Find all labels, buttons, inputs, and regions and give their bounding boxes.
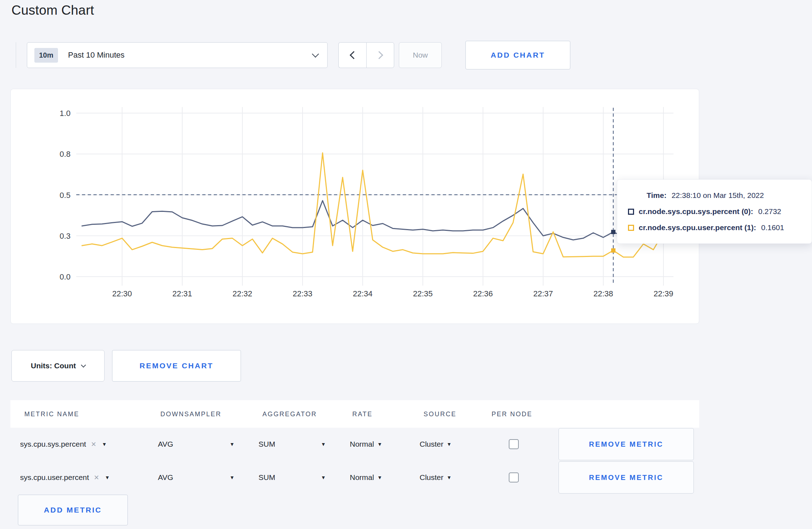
caret-down-icon: ▼ bbox=[105, 475, 110, 480]
per-node-checkbox[interactable] bbox=[509, 472, 519, 482]
units-dropdown[interactable]: Units: Count bbox=[11, 350, 105, 382]
chevron-down-icon bbox=[81, 363, 86, 368]
tooltip-series-name: cr.node.sys.cpu.user.percent (1): bbox=[639, 223, 756, 232]
clear-metric-icon[interactable]: × bbox=[91, 439, 96, 449]
caret-down-icon: ▼ bbox=[229, 475, 235, 480]
timeseries-chart[interactable]: 0.00.30.50.81.022:3022:3122:3222:3322:34… bbox=[11, 89, 699, 324]
metric-name-value: sys.cpu.sys.percent bbox=[20, 440, 86, 448]
downsampler-select[interactable]: AVG ▼ bbox=[158, 473, 235, 482]
tooltip-series-value: 0.1601 bbox=[761, 223, 784, 232]
time-step-controls bbox=[338, 42, 394, 68]
rate-select[interactable]: Normal ▼ bbox=[350, 440, 382, 448]
svg-text:22:32: 22:32 bbox=[232, 289, 252, 298]
col-header-source: SOURCE bbox=[424, 410, 456, 418]
source-value: Cluster bbox=[420, 440, 444, 448]
add-chart-button[interactable]: ADD CHART bbox=[465, 41, 570, 69]
caret-down-icon: ▼ bbox=[447, 475, 452, 480]
caret-down-icon: ▼ bbox=[102, 441, 107, 447]
col-header-per-node: PER NODE bbox=[492, 410, 532, 418]
tooltip-series-row: cr.node.sys.cpu.sys.percent (0): 0.2732 bbox=[628, 207, 812, 216]
caret-down-icon: ▼ bbox=[321, 475, 326, 480]
chart-card: 0.00.30.50.81.022:3022:3122:3222:3322:34… bbox=[10, 89, 699, 324]
aggregator-select[interactable]: SUM ▼ bbox=[258, 440, 326, 448]
metric-name-select[interactable]: sys.cpu.user.percent × ▼ bbox=[20, 472, 110, 482]
time-range-label: Past 10 Minutes bbox=[68, 50, 313, 60]
svg-text:0.0: 0.0 bbox=[59, 272, 71, 281]
now-button[interactable]: Now bbox=[399, 42, 442, 68]
metrics-table-header: METRIC NAME DOWNSAMPLER AGGREGATOR RATE … bbox=[10, 400, 699, 428]
svg-text:0.3: 0.3 bbox=[59, 232, 71, 241]
tooltip-time-row: Time:22:38:10 on Mar 15th, 2022 bbox=[647, 191, 812, 200]
prev-interval-button[interactable] bbox=[338, 42, 366, 68]
rate-value: Normal bbox=[350, 473, 374, 482]
svg-text:22:33: 22:33 bbox=[293, 289, 312, 298]
svg-text:22:36: 22:36 bbox=[473, 289, 493, 298]
chevron-down-icon bbox=[312, 50, 319, 58]
table-row: sys.cpu.user.percent × ▼ AVG ▼ SUM ▼ Nor… bbox=[10, 461, 699, 494]
controls-divider bbox=[16, 42, 16, 68]
downsampler-value: AVG bbox=[158, 440, 173, 448]
chevron-left-icon bbox=[349, 51, 358, 59]
svg-text:22:37: 22:37 bbox=[533, 289, 553, 298]
source-select[interactable]: Cluster ▼ bbox=[420, 440, 451, 448]
next-interval-button[interactable] bbox=[366, 42, 394, 68]
col-header-downsampler: DOWNSAMPLER bbox=[160, 410, 222, 418]
svg-text:22:35: 22:35 bbox=[413, 289, 432, 298]
aggregator-value: SUM bbox=[258, 440, 275, 448]
caret-down-icon: ▼ bbox=[377, 441, 382, 447]
svg-text:22:30: 22:30 bbox=[112, 289, 132, 298]
caret-down-icon: ▼ bbox=[321, 441, 326, 447]
svg-text:0.8: 0.8 bbox=[59, 150, 71, 159]
units-label: Units: Count bbox=[31, 361, 76, 370]
time-range-dropdown[interactable]: 10m Past 10 Minutes bbox=[27, 42, 328, 68]
tooltip-series-value: 0.2732 bbox=[758, 207, 781, 216]
metric-name-select[interactable]: sys.cpu.sys.percent × ▼ bbox=[20, 439, 107, 449]
rate-value: Normal bbox=[350, 440, 374, 448]
svg-text:22:34: 22:34 bbox=[353, 289, 372, 298]
add-metric-button[interactable]: ADD METRIC bbox=[18, 495, 128, 525]
svg-text:0.5: 0.5 bbox=[59, 191, 71, 200]
remove-chart-button[interactable]: REMOVE CHART bbox=[112, 350, 241, 382]
source-select[interactable]: Cluster ▼ bbox=[420, 473, 451, 482]
per-node-checkbox[interactable] bbox=[509, 439, 519, 449]
downsampler-select[interactable]: AVG ▼ bbox=[158, 440, 235, 448]
rate-select[interactable]: Normal ▼ bbox=[350, 473, 382, 482]
chart-tooltip: Time:22:38:10 on Mar 15th, 2022 cr.node.… bbox=[617, 179, 812, 244]
col-header-metric-name: METRIC NAME bbox=[24, 410, 79, 418]
table-row: sys.cpu.sys.percent × ▼ AVG ▼ SUM ▼ Norm… bbox=[10, 428, 699, 460]
clear-metric-icon[interactable]: × bbox=[94, 472, 99, 482]
remove-metric-button[interactable]: REMOVE METRIC bbox=[559, 428, 694, 460]
aggregator-value: SUM bbox=[258, 473, 275, 482]
source-value: Cluster bbox=[420, 473, 444, 482]
svg-text:22:31: 22:31 bbox=[172, 289, 192, 298]
user-series-swatch-icon bbox=[628, 225, 634, 231]
time-range-badge: 10m bbox=[34, 48, 58, 63]
col-header-aggregator: AGGREGATOR bbox=[262, 410, 317, 418]
tooltip-series-row: cr.node.sys.cpu.user.percent (1): 0.1601 bbox=[628, 223, 812, 232]
caret-down-icon: ▼ bbox=[377, 475, 382, 480]
remove-metric-button[interactable]: REMOVE METRIC bbox=[559, 461, 694, 494]
metric-name-value: sys.cpu.user.percent bbox=[20, 473, 89, 482]
downsampler-value: AVG bbox=[158, 473, 173, 482]
caret-down-icon: ▼ bbox=[229, 441, 235, 447]
col-header-rate: RATE bbox=[352, 410, 373, 418]
tooltip-time-key: Time: bbox=[647, 191, 667, 199]
svg-text:22:38: 22:38 bbox=[593, 289, 613, 298]
tooltip-series-name: cr.node.sys.cpu.sys.percent (0): bbox=[639, 207, 753, 216]
chevron-right-icon bbox=[375, 51, 383, 59]
sys-series-swatch-icon bbox=[628, 209, 634, 215]
tooltip-time-value: 22:38:10 on Mar 15th, 2022 bbox=[672, 191, 764, 199]
page-title: Custom Chart bbox=[11, 3, 94, 18]
svg-text:22:39: 22:39 bbox=[653, 289, 673, 298]
aggregator-select[interactable]: SUM ▼ bbox=[258, 473, 326, 482]
caret-down-icon: ▼ bbox=[447, 441, 452, 447]
svg-text:1.0: 1.0 bbox=[59, 109, 71, 118]
